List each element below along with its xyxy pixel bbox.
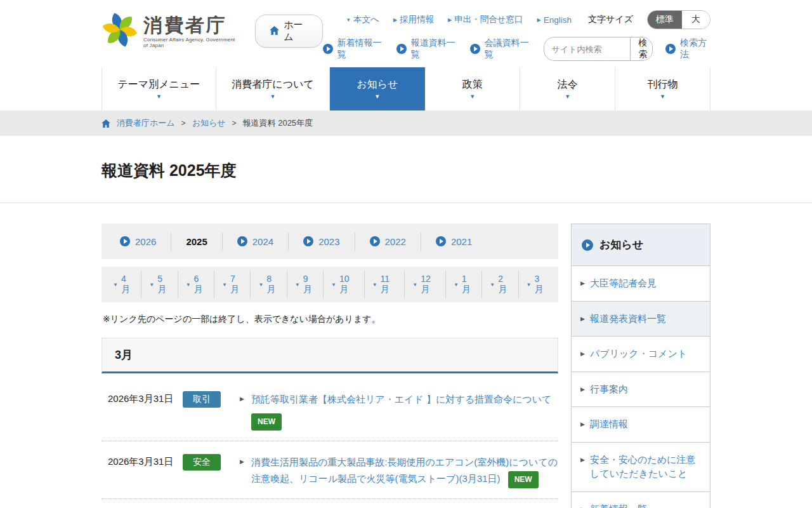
breadcrumb-current: 報道資料 2025年度 (243, 117, 313, 129)
month-tab-mar[interactable]: ▼3月 (519, 271, 554, 298)
news-date: 2026年3月31日 (108, 454, 183, 468)
play-circle-icon (120, 236, 130, 246)
link-recruit[interactable]: ▶ 採用情報 (393, 14, 434, 25)
sidebar-item-new-info-list[interactable]: ▶ 新着情報一覧 (572, 491, 710, 508)
news-row: 2026年3月31日 制度 ▶ 第7回現代社会における消費者取引の在り方を踏まえ… (102, 499, 558, 508)
chevron-down-icon: ▼ (454, 282, 459, 288)
font-size-standard-button[interactable]: 標準 (648, 11, 682, 29)
play-circle-icon (665, 44, 676, 54)
month-section-heading: 3月 (102, 338, 558, 373)
news-date: 2026年3月31日 (108, 391, 183, 405)
year-tabs: 2026 2025 2024 2023 2022 2021 (102, 224, 558, 259)
nav-laws[interactable]: 法令▼ (520, 67, 615, 110)
month-tab-dec[interactable]: ▼12月 (405, 271, 446, 298)
chevron-right-icon: ▶ (448, 17, 452, 23)
month-tab-oct[interactable]: ▼10月 (324, 271, 365, 298)
nav-theme-menu[interactable]: テーマ別メニュー▼ (102, 67, 216, 110)
chevron-down-icon: ▼ (374, 94, 380, 100)
logo-subtitle: Consumer Affairs Agency, Government of J… (143, 37, 240, 48)
play-circle-icon (370, 236, 380, 246)
caa-pinwheel-logo-icon (102, 11, 138, 51)
month-tab-jan[interactable]: ▼1月 (446, 271, 482, 298)
home-icon (102, 119, 110, 128)
link-english[interactable]: ▶ English (537, 15, 572, 25)
play-circle-icon (436, 236, 446, 246)
sidebar-heading[interactable]: お知らせ (572, 224, 710, 265)
site-logo[interactable]: 消費者庁 Consumer Affairs Agency, Government… (102, 11, 240, 51)
chevron-right-icon: ▶ (580, 382, 585, 394)
chevron-right-icon: ▶ (580, 312, 585, 324)
chevron-down-icon: ▼ (222, 282, 227, 288)
utility-links: ▼ 本文へ ▶ 採用情報 ▶ 申出・問合せ窓口 ▶ English 文字サイズ (346, 10, 710, 29)
year-tab-2023[interactable]: 2023 (289, 232, 355, 251)
nav-news[interactable]: お知らせ▼ (330, 67, 425, 110)
font-size-label: 文字サイズ (588, 14, 633, 25)
home-button[interactable]: ホーム (255, 15, 322, 48)
month-tab-jul[interactable]: ▼7月 (214, 271, 251, 298)
breadcrumb-news-link[interactable]: お知らせ (192, 117, 226, 129)
year-tab-2026[interactable]: 2026 (105, 232, 171, 251)
year-tab-2025-current: 2025 (171, 232, 222, 251)
link-new-info-list[interactable]: 新着情報一覧 (323, 37, 384, 60)
sidebar-item-procurement[interactable]: ▶ 調達情報 (572, 406, 710, 442)
chevron-right-icon: ▶ (580, 276, 585, 288)
chevron-down-icon: ▼ (469, 94, 475, 100)
link-meeting-materials-list[interactable]: 会議資料一覧 (470, 37, 531, 60)
news-row: 2026年3月31日 取引 ▶ 預託等取引業者【株式会社リア・エイド 】に対する… (102, 378, 558, 441)
home-icon (270, 26, 279, 37)
chevron-right-icon: ▶ (537, 17, 541, 23)
breadcrumb-separator: > (181, 119, 186, 128)
month-tab-jun[interactable]: ▼6月 (178, 271, 214, 298)
month-tab-nov[interactable]: ▼11月 (365, 271, 405, 298)
search-input[interactable] (544, 37, 630, 60)
site-header: 消費者庁 Consumer Affairs Agency, Government… (0, 0, 812, 61)
nav-policy[interactable]: 政策▼ (425, 67, 520, 110)
month-tab-may[interactable]: ▼5月 (141, 271, 178, 298)
play-circle-icon (323, 44, 333, 54)
sidebar-item-safety-cautions[interactable]: ▶ 安全・安心のために注意していただきたいこと (572, 442, 710, 491)
link-press-release-list[interactable]: 報道資料一覧 (396, 37, 457, 60)
category-badge-safety: 安全 (183, 454, 221, 471)
breadcrumb-home-link[interactable]: 消費者庁ホーム (117, 117, 175, 129)
font-size-large-button[interactable]: 大 (682, 11, 710, 29)
play-circle-icon (470, 44, 480, 54)
nav-publications[interactable]: 刊行物▼ (615, 67, 710, 110)
month-tabs: ▼4月 ▼5月 ▼6月 ▼7月 ▼8月 ▼9月 ▼10月 ▼11月 ▼12月 ▼… (102, 267, 558, 302)
nav-about-caa[interactable]: 消費者庁について▼ (216, 67, 331, 110)
month-tab-apr[interactable]: ▼4月 (105, 271, 141, 298)
chevron-down-icon: ▼ (331, 282, 336, 288)
chevron-down-icon: ▼ (490, 282, 495, 288)
breadcrumb-bar: 消費者庁ホーム > お知らせ > 報道資料 2025年度 (0, 110, 812, 136)
month-tab-sep[interactable]: ▼9月 (287, 271, 324, 298)
play-circle-icon (396, 44, 407, 54)
month-tab-feb[interactable]: ▼2月 (482, 271, 518, 298)
news-link[interactable]: 預託等取引業者【株式会社リア・エイド 】に対する措置命令について (251, 394, 551, 404)
play-circle-icon (237, 236, 247, 246)
new-badge: NEW (251, 413, 282, 431)
logo-title: 消費者庁 (143, 15, 240, 36)
month-tab-aug[interactable]: ▼8月 (251, 271, 287, 298)
year-tab-2024[interactable]: 2024 (223, 232, 289, 251)
chevron-down-icon: ▼ (372, 282, 377, 288)
chevron-down-icon: ▼ (149, 282, 154, 288)
play-circle-icon (582, 239, 593, 251)
site-search: 検索 (544, 37, 653, 61)
sidebar-item-press-release-list[interactable]: ▶ 報道発表資料一覧 (572, 301, 710, 337)
link-contact[interactable]: ▶ 申出・問合せ窓口 (448, 14, 523, 25)
chevron-down-icon: ▼ (258, 282, 263, 288)
link-search-help[interactable]: 検索方法 (665, 37, 710, 60)
year-tab-2021[interactable]: 2021 (421, 232, 487, 251)
chevron-down-icon: ▼ (565, 94, 570, 100)
sidebar-item-press-conference[interactable]: ▶ 大臣等記者会見 (572, 265, 710, 301)
sidebar-item-public-comment[interactable]: ▶ パブリック・コメント (572, 336, 710, 371)
news-list: 2026年3月31日 取引 ▶ 預託等取引業者【株式会社リア・エイド 】に対する… (102, 378, 558, 508)
home-button-label: ホーム (284, 19, 308, 43)
news-row: 2026年3月31日 安全 ▶ 消費生活用製品の重大製品事故:長期使用のエアコン… (102, 441, 558, 499)
disclaimer-note: ※リンク先のページの一部は終了し、表示できない場合があります。 (103, 314, 558, 325)
year-tab-2022[interactable]: 2022 (355, 232, 421, 251)
link-to-content[interactable]: ▼ 本文へ (346, 14, 379, 25)
search-button[interactable]: 検索 (630, 37, 653, 60)
chevron-down-icon: ▼ (295, 282, 300, 288)
play-circle-icon (303, 236, 313, 246)
sidebar-item-events[interactable]: ▶ 行事案内 (572, 371, 710, 407)
